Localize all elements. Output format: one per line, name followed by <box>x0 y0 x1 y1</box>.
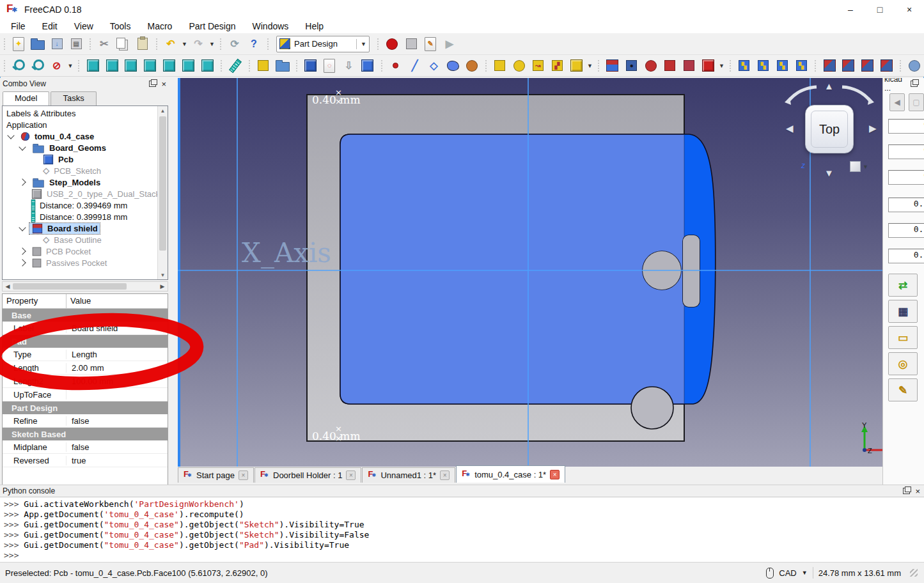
datum-face-button[interactable] <box>443 57 462 75</box>
navcube-arrow-up-icon[interactable]: ▲ <box>824 81 834 91</box>
datum-point-button[interactable] <box>386 57 405 75</box>
pad-button[interactable] <box>490 57 510 75</box>
chevron-down-icon[interactable] <box>7 132 14 139</box>
chevron-right-icon[interactable] <box>19 259 26 266</box>
toolbar-grip[interactable] <box>267 37 270 51</box>
tree-item-board-geoms[interactable]: Board_Geoms <box>3 142 168 153</box>
toolbar-grip[interactable] <box>220 59 223 73</box>
menu-part-design[interactable]: Part Design <box>180 20 244 33</box>
dock-close-icon[interactable]: × <box>161 79 166 89</box>
paste-button[interactable] <box>133 35 152 53</box>
navcube-arrow-down-icon[interactable]: ▼ <box>824 167 834 178</box>
edit-sketch-button[interactable]: ⇩ <box>339 57 358 75</box>
view-left-button[interactable] <box>198 57 217 75</box>
view-right-button[interactable] <box>141 57 160 75</box>
navigation-cube[interactable]: ▲ ▼ ◀ ▶ Top z ▼ <box>772 79 882 187</box>
tree-vertical-scrollbar[interactable]: ▲ ▼ <box>157 106 168 279</box>
toolbar-grip[interactable] <box>3 37 6 51</box>
toolbar-grip[interactable] <box>295 59 299 73</box>
tree-item-base-outline[interactable]: ◇Base Outline <box>3 234 168 245</box>
scroll-left-icon[interactable]: ◀ <box>3 283 13 290</box>
dock-float-icon[interactable] <box>903 488 910 494</box>
chevron-right-icon[interactable] <box>19 178 26 185</box>
workbench-selector[interactable]: Part Design▼ <box>276 36 370 52</box>
draft-button[interactable] <box>858 57 877 75</box>
maximize-button[interactable]: □ <box>865 0 895 19</box>
tree-horizontal-scrollbar[interactable]: ◀ ▶ <box>2 281 168 292</box>
fit-selection-button[interactable] <box>28 57 47 75</box>
kicad-field-1[interactable]: 90 <box>888 119 924 134</box>
subtractive-dropdown[interactable]: ▼ <box>717 57 726 75</box>
kicad-field-3[interactable]: 90 <box>888 170 924 185</box>
subtractive-pipe-button[interactable] <box>660 57 679 75</box>
python-console-output[interactable]: >>> Gui.activateWorkbench('PartDesignWor… <box>0 497 924 562</box>
copy-button[interactable] <box>114 35 133 53</box>
close-icon[interactable]: × <box>440 470 450 480</box>
close-icon[interactable]: × <box>239 470 248 480</box>
dock-float-icon[interactable] <box>149 81 156 87</box>
create-body-button[interactable] <box>301 57 320 75</box>
new-document-button[interactable]: ✦ <box>9 35 28 53</box>
toolbar-grip[interactable] <box>729 59 732 73</box>
additive-dropdown[interactable]: ▼ <box>586 57 594 75</box>
kicad-field-4[interactable]: 0.10 <box>888 198 924 212</box>
kicad-edit-button[interactable]: ✎ <box>888 378 918 401</box>
macro-record-button[interactable] <box>382 35 402 53</box>
menu-help[interactable]: Help <box>297 20 332 33</box>
tree-item-tomu-0-4-case[interactable]: tomu_0.4_case <box>3 130 168 142</box>
property-value[interactable]: Length <box>67 350 168 359</box>
boolean-operation-button[interactable] <box>905 57 924 75</box>
toolbar-grip[interactable] <box>485 59 488 73</box>
scroll-down-icon[interactable]: ▼ <box>158 270 168 279</box>
menu-view[interactable]: View <box>66 20 102 33</box>
property-value[interactable]: 2.00 mm <box>67 363 168 373</box>
kicad-load-footprint-button[interactable]: ⇄ <box>888 274 918 297</box>
menu-macro[interactable]: Macro <box>139 20 180 33</box>
property-row-reversed[interactable]: Reversedtrue <box>3 454 168 467</box>
redo-dropdown[interactable]: ▼ <box>208 35 216 53</box>
close-icon[interactable]: × <box>346 470 356 480</box>
toolbar-grip[interactable] <box>89 37 92 51</box>
doc-tab-doorbell-holder-1[interactable]: F✱Doorbell Holder : 1× <box>254 467 361 483</box>
tab-model[interactable]: Model <box>3 91 49 105</box>
resize-grip[interactable] <box>910 569 918 577</box>
macro-play-button[interactable]: ▶ <box>440 35 459 53</box>
tree-item-distance-0-399469-mm[interactable]: Distance: 0.399469 mm <box>3 199 168 211</box>
nav-style-selector[interactable]: CAD <box>779 568 796 578</box>
thickness-button[interactable] <box>877 57 897 75</box>
shape-binder-button[interactable] <box>462 57 482 75</box>
toolbar-grip[interactable] <box>3 59 6 73</box>
print-button[interactable]: ▤ <box>67 35 86 53</box>
open-document-button[interactable] <box>28 35 47 53</box>
multi-transform-button[interactable]: ▚ <box>792 57 811 75</box>
toolbar-grip[interactable] <box>377 37 380 51</box>
chevron-down-icon[interactable] <box>19 143 26 150</box>
property-row-type[interactable]: TypeLength <box>3 348 168 361</box>
toolbar-grip[interactable] <box>597 59 600 73</box>
mirrored-button[interactable]: ▚ <box>735 57 754 75</box>
measure-distance-button[interactable] <box>226 57 245 75</box>
macro-stop-button[interactable] <box>402 35 421 53</box>
close-button[interactable]: × <box>895 0 924 19</box>
property-row-length[interactable]: Length2.00 mm <box>3 361 168 375</box>
create-sketch-button[interactable]: ◌ <box>320 57 339 75</box>
tree-item-pcb-pocket[interactable]: PCB Pocket <box>3 245 168 257</box>
fit-all-button[interactable] <box>9 57 28 75</box>
doc-tab-tomu-0-4-case-1[interactable]: F✱tomu_0.4_case : 1*× <box>456 465 565 483</box>
revolution-button[interactable] <box>510 57 529 75</box>
menu-tools[interactable]: Tools <box>102 20 139 33</box>
property-row-refine[interactable]: Refinefalse <box>3 414 168 428</box>
view-bottom-button[interactable] <box>178 57 198 75</box>
menu-file[interactable]: File <box>3 20 34 33</box>
undo-dropdown[interactable]: ▼ <box>180 35 189 53</box>
tree-item-usb-2-0-type-a-dual-stacked-jac[interactable]: USB_2_0_type_A_Dual_Stacked_jac <box>3 188 168 199</box>
chamfer-button[interactable] <box>839 57 858 75</box>
subtractive-primitive-button[interactable] <box>698 57 717 75</box>
view-front-button[interactable] <box>102 57 121 75</box>
navcube-arrow-right-icon[interactable]: ▶ <box>869 123 877 134</box>
macro-edit-button[interactable]: ✎ <box>421 35 440 53</box>
menu-edit[interactable]: Edit <box>34 20 66 33</box>
kicad-library-button[interactable]: ◎ <box>888 352 918 375</box>
whats-this-button[interactable]: ? <box>244 35 263 53</box>
undo-button[interactable]: ↶ <box>161 35 180 53</box>
